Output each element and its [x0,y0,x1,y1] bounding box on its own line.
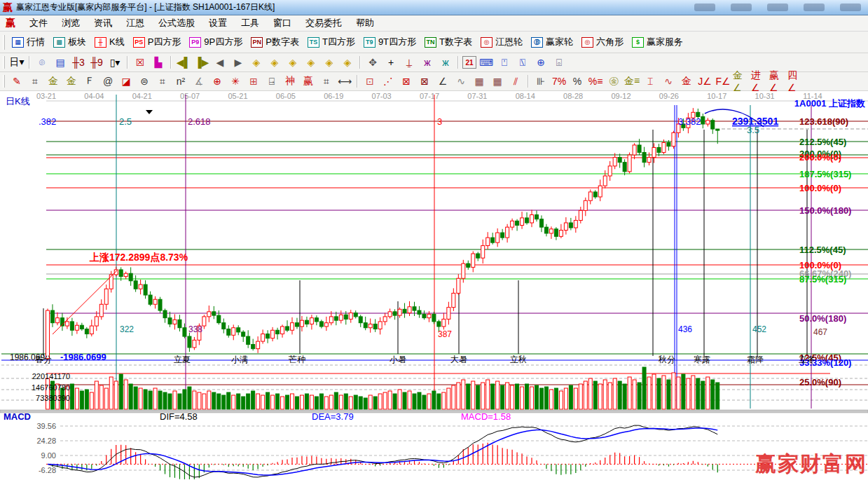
flag-chart-icon[interactable]: ▙ [150,55,167,70]
hexagon-button[interactable]: ◎六角形 [577,34,628,50]
dense-grid2-icon[interactable]: ▦ [489,74,506,89]
star-wheel-icon[interactable]: ✳ [227,74,244,89]
gann-diamond-out-icon[interactable]: ◈ [321,55,338,70]
jin-angle-icon[interactable]: 进∠ [751,74,768,89]
notepad-icon[interactable]: ⍞ [496,55,513,70]
wave-lines-icon[interactable]: ∿ [660,74,677,89]
pencil-icon[interactable]: ✎ [8,74,25,89]
9t-square-button[interactable]: T99T四方形 [359,34,420,50]
wave-purple-icon[interactable]: ж [419,55,436,70]
menu-item-8[interactable]: 交易委托 [298,15,349,31]
calendar-icon[interactable]: 21 [462,56,476,69]
chart3-icon[interactable]: ╫3 [70,55,87,70]
gold-circle-icon[interactable]: ㊎ [605,74,622,89]
gann-diamond-in-icon[interactable]: ◈ [303,55,319,70]
pin-tool-icon[interactable]: ⍊ [401,55,418,70]
grid-icon[interactable]: ⌗ [27,74,43,89]
gann-diamond-right-icon[interactable]: ◈ [266,55,283,70]
ying-grid-icon[interactable]: 赢 [300,74,317,89]
fan-box2-icon[interactable]: ⊠ [416,74,433,89]
skip-start-icon[interactable]: ◀▌ [175,55,192,70]
toolbar-grip[interactable] [3,56,5,69]
quotes-button[interactable]: ▦行情 [8,34,49,50]
pct-icon[interactable]: % [569,74,586,89]
angle-icon[interactable]: ∡ [191,74,207,89]
gann-diamond-both-icon[interactable]: ◈ [284,55,301,70]
sectors-button[interactable]: ▩板块 [49,34,90,50]
print-icon[interactable]: ⌻ [551,55,567,70]
kline-chart-canvas[interactable]: 03-2104-0404-2105-0705-2106-0506-1907-03… [0,91,868,480]
wave-teal-icon[interactable]: ж [437,55,454,70]
gold-grid2-icon[interactable]: 金 [63,74,80,89]
parallel-icon[interactable]: ⫽ [507,74,524,89]
toolbar-grip[interactable] [3,35,5,50]
step-forward-icon[interactable]: ▶ [230,55,247,70]
winner-service-button[interactable]: $赢家服务 [628,34,687,50]
target-red-icon[interactable]: ⊕ [209,74,226,89]
eraser-icon[interactable]: ◪ [118,74,135,89]
chips-icon[interactable]: ☒ [132,55,149,70]
box-tool-icon[interactable]: ⊡ [361,74,378,89]
web-grid-icon[interactable]: ⊞ [245,74,262,89]
menu-item-2[interactable]: 资讯 [87,15,119,31]
dense-grid-icon[interactable]: ▦ [471,74,488,89]
menu-item-0[interactable]: 文件 [22,15,55,31]
pct7-icon[interactable]: 7% [551,74,567,89]
candle-pencil-icon[interactable]: ⌶ [642,74,659,89]
menu-item-5[interactable]: 设置 [202,15,234,31]
j-angle-icon[interactable]: J∠ [696,74,713,89]
hist-tool-icon[interactable]: ⊪ [532,74,549,89]
fan-box-icon[interactable]: ⊠ [398,74,415,89]
globe-files-icon[interactable]: ⊕ [532,55,549,70]
gold-grid1-icon[interactable]: 金 [45,74,62,89]
gold-angle-icon[interactable]: 金∠ [733,74,750,89]
p-table-button[interactable]: PNP数字表 [247,34,303,50]
kline-button[interactable]: ╫K线 [90,34,129,50]
angle-lines-icon[interactable]: ∠ [434,74,451,89]
period-day-dropdown[interactable]: 日▾ [8,55,25,70]
chart-area[interactable]: 03-2104-0404-2105-0705-2106-0506-1907-03… [0,91,868,480]
candle-dropdown[interactable]: ▯▾ [106,55,123,70]
si-angle-icon[interactable]: 四∠ [787,74,804,89]
pan-hand-icon[interactable]: ✥ [364,55,381,70]
menu-item-4[interactable]: 公式选股 [151,15,202,31]
gold-lines-icon[interactable]: 金≡ [624,74,640,89]
spiral-icon[interactable]: @ [99,74,116,89]
circle-grid-icon[interactable]: ⊜ [136,74,153,89]
t-table-button[interactable]: TNT数字表 [420,34,476,50]
toolbar-grip[interactable] [3,75,5,88]
ying-angle-icon[interactable]: 赢∠ [769,74,786,89]
p-square-button[interactable]: PSP四方形 [129,34,186,50]
menu-item-7[interactable]: 窗口 [266,15,298,31]
width-measure-icon[interactable]: ⟷ [336,74,353,89]
save-icon[interactable]: ⍂ [514,55,531,70]
shen-grid-icon[interactable]: 神 [282,74,298,89]
info-board-icon[interactable]: ▤ [52,55,69,70]
n2-icon[interactable]: n² [172,74,189,89]
f-angle-icon[interactable]: F∠ [715,74,731,89]
ruler-grid-icon[interactable]: ⍈ [263,74,280,89]
calculator-icon[interactable]: ⌨ [478,55,495,70]
menu-item-1[interactable]: 浏览 [55,15,87,31]
gann-wheel-button[interactable]: ◎江恩轮 [476,34,527,50]
web-icon[interactable]: ⌾ [34,55,50,70]
gann-diamond-left-icon[interactable]: ◈ [248,55,265,70]
fan-lines-icon[interactable]: ⋰ [380,74,397,89]
menu-item-9[interactable]: 帮助 [349,15,381,31]
hash-grid-icon[interactable]: ⌗ [154,74,171,89]
menu-item-6[interactable]: 工具 [234,15,266,31]
chart9-icon[interactable]: ╫9 [88,55,105,70]
zigzag-icon[interactable]: ∿ [453,74,469,89]
skip-end-icon[interactable]: ▐▶ [193,55,210,70]
f-grid-icon[interactable]: Ｆ [81,74,98,89]
crosshair-icon[interactable]: + [383,55,399,70]
gann-diamond-all-icon[interactable]: ◈ [339,55,356,70]
pct-lines-icon[interactable]: %≡ [587,74,604,89]
gold-red-icon[interactable]: 金 [678,74,695,89]
winner-wheel-button[interactable]: Ⓑ赢家轮 [527,34,577,50]
t-square-button[interactable]: TST四方形 [303,34,359,50]
step-back-icon[interactable]: ◀ [212,55,228,70]
scale-grid-icon[interactable]: ⌗ [318,74,335,89]
9p-square-button[interactable]: P99P四方形 [185,34,247,50]
menu-item-3[interactable]: 江恩 [119,15,151,31]
